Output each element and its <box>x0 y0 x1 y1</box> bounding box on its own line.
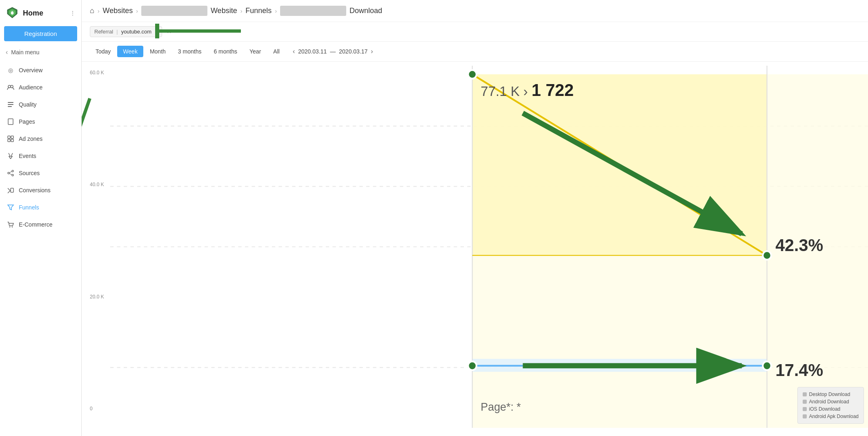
sidebar-item-audience-label: Audience <box>19 84 42 91</box>
legend-label-desktop: Desktop Download <box>809 392 850 397</box>
date-range-nav: ‹ 2020.03.11 — 2020.03.17 › <box>293 48 373 55</box>
date-next-button[interactable]: › <box>371 48 373 55</box>
sidebar-item-funnels[interactable]: Funnels <box>0 199 81 216</box>
svg-rect-7 <box>8 104 13 105</box>
sidebar-item-funnels-label: Funnels <box>19 204 39 211</box>
logo-icon <box>6 7 19 20</box>
breadcrumb-funnel-blurred: ████████ <box>280 6 346 16</box>
filter-bar: Referral | youtube.com × × <box>82 22 868 42</box>
date-from: 2020.03.11 <box>298 48 327 55</box>
svg-point-38 <box>763 251 771 260</box>
chart-legend: Desktop Download Android Download iOS Do… <box>797 387 864 424</box>
breadcrumb-website-blurred: ████████ <box>141 6 207 16</box>
svg-text:Page*: *: Page*: * <box>481 400 521 413</box>
sidebar-title: Home <box>23 9 43 18</box>
svg-line-18 <box>9 174 12 175</box>
legend-label-apk: Android Apk Download <box>809 414 859 419</box>
date-prev-button[interactable]: ‹ <box>293 48 295 55</box>
legend-dot-ios <box>803 407 807 411</box>
sidebar: Home ⋮ Registration ‹ Main menu ◎ Overvi… <box>0 0 82 436</box>
adzones-icon <box>7 135 15 143</box>
home-icon[interactable]: ⌂ <box>90 7 94 15</box>
svg-point-4 <box>8 85 11 88</box>
sidebar-item-ecommerce[interactable]: E-Commerce <box>0 216 81 233</box>
back-chevron-icon: ‹ <box>6 49 8 56</box>
breadcrumb-sep-4: › <box>275 8 277 14</box>
tab-all[interactable]: All <box>267 46 285 57</box>
tab-month[interactable]: Month <box>144 46 171 57</box>
y-label-20k: 20.0 K <box>90 294 104 300</box>
sidebar-item-ecommerce-label: E-Commerce <box>19 221 52 228</box>
events-icon <box>7 152 15 160</box>
y-label-40k: 40.0 K <box>90 182 104 187</box>
svg-text:77.1 K › 1 722: 77.1 K › 1 722 <box>481 80 574 100</box>
svg-text:42.3%: 42.3% <box>775 236 823 255</box>
svg-point-14 <box>8 172 9 174</box>
filter-label: Referral <box>94 29 113 35</box>
annotation-arrow-horizontal <box>155 24 245 38</box>
tab-3months[interactable]: 3 months <box>172 46 207 57</box>
sidebar-item-adzones-label: Ad zones <box>19 136 42 142</box>
funnel-chart-svg: 77.1 K › 1 722 42.3% 17.4% Page*: * <box>110 66 868 428</box>
main-content: ⌂ › Websites › ████████ Website › Funnel… <box>82 0 868 436</box>
svg-rect-13 <box>11 139 13 142</box>
sidebar-item-adzones[interactable]: Ad zones <box>0 130 81 147</box>
svg-point-39 <box>763 361 771 370</box>
svg-point-15 <box>12 170 13 172</box>
registration-button[interactable]: Registration <box>4 26 77 41</box>
filter-referral-tag: Referral | youtube.com × <box>90 26 162 37</box>
quality-icon <box>7 100 15 109</box>
y-label-60k: 60.0 K <box>90 70 104 76</box>
legend-label-ios: iOS Download <box>809 406 841 412</box>
svg-point-16 <box>12 174 13 176</box>
chart-area: 60.0 K 40.0 K 20.0 K 0 <box>82 62 868 436</box>
breadcrumb-sep-1: › <box>98 8 100 14</box>
tab-6months[interactable]: 6 months <box>208 46 243 57</box>
sidebar-item-sources[interactable]: Sources <box>0 165 81 182</box>
audience-icon <box>7 83 15 91</box>
legend-label-android: Android Download <box>809 399 849 405</box>
sidebar-item-events-label: Events <box>19 153 36 159</box>
filter-value: youtube.com <box>121 29 151 35</box>
tab-week[interactable]: Week <box>117 46 143 57</box>
svg-rect-11 <box>11 136 13 138</box>
sidebar-menu-dots[interactable]: ⋮ <box>70 10 76 16</box>
breadcrumb-download-label: Download <box>349 7 382 15</box>
pages-icon <box>7 118 15 126</box>
legend-dot-apk <box>803 414 807 418</box>
sidebar-item-events[interactable]: Events <box>0 147 81 165</box>
svg-text:17.4%: 17.4% <box>775 360 823 380</box>
sidebar-item-audience[interactable]: Audience <box>0 79 81 96</box>
sidebar-item-pages-label: Pages <box>19 118 35 125</box>
breadcrumb-websites[interactable]: Websites <box>103 7 133 15</box>
svg-rect-19 <box>11 188 13 192</box>
funnel-chart-container: 77.1 K › 1 722 42.3% 17.4% Page*: * <box>110 66 868 428</box>
sources-icon <box>7 169 15 177</box>
breadcrumb-funnels[interactable]: Funnels <box>245 7 272 15</box>
sidebar-item-quality[interactable]: Quality <box>0 96 81 113</box>
sidebar-item-conversions[interactable]: Conversions <box>0 182 81 199</box>
svg-line-49 <box>82 98 90 192</box>
svg-line-17 <box>9 171 12 173</box>
legend-item-ios: iOS Download <box>803 405 859 413</box>
tab-today[interactable]: Today <box>90 46 116 57</box>
sidebar-logo: Home ⋮ <box>0 0 81 26</box>
sidebar-item-pages[interactable]: Pages <box>0 113 81 130</box>
svg-point-20 <box>9 227 10 227</box>
breadcrumb: ⌂ › Websites › ████████ Website › Funnel… <box>82 0 868 22</box>
time-tabs: Today Week Month 3 months 6 months Year … <box>82 42 868 62</box>
legend-item-desktop: Desktop Download <box>803 391 859 398</box>
tab-year[interactable]: Year <box>244 46 267 57</box>
sidebar-item-overview[interactable]: ◎ Overview <box>0 62 81 79</box>
main-menu-label: Main menu <box>11 49 39 56</box>
sidebar-item-quality-label: Quality <box>19 101 37 108</box>
sidebar-item-overview-label: Overview <box>19 67 42 73</box>
svg-point-37 <box>468 361 476 370</box>
main-menu-back[interactable]: ‹ Main menu <box>0 44 81 60</box>
breadcrumb-website-label: Website <box>211 7 237 15</box>
svg-point-21 <box>12 227 13 227</box>
filter-divider: | <box>116 29 118 35</box>
svg-point-36 <box>468 70 476 79</box>
y-label-0: 0 <box>90 406 104 412</box>
svg-rect-12 <box>8 139 10 142</box>
